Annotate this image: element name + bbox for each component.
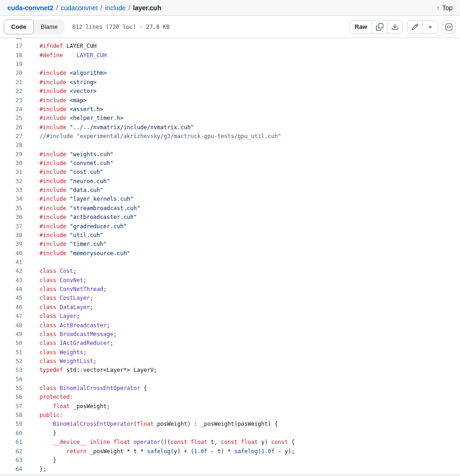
- breadcrumb-repo-link[interactable]: cuda-convnet2: [7, 4, 53, 12]
- line-number[interactable]: 63: [0, 456, 22, 465]
- line-number[interactable]: 45: [0, 294, 22, 303]
- breadcrumb-dir-link-cudaconvnet[interactable]: cudaconvnet: [61, 4, 98, 12]
- line-number[interactable]: 54: [0, 375, 22, 384]
- line-number[interactable]: 29: [0, 150, 22, 159]
- line-number[interactable]: 39: [0, 240, 22, 249]
- line-number[interactable]: 35: [0, 204, 22, 213]
- line-number[interactable]: 18: [0, 51, 22, 60]
- code-symbols-icon: [445, 23, 453, 31]
- code-line: 48class ActBroadcaster;: [0, 321, 460, 330]
- line-number[interactable]: 58: [0, 411, 22, 420]
- line-number[interactable]: 43: [0, 276, 22, 285]
- copy-icon: [376, 23, 383, 31]
- line-number[interactable]: 47: [0, 312, 22, 321]
- code-line: 64};: [0, 465, 460, 474]
- line-number[interactable]: 59: [0, 420, 22, 429]
- code-lines: 1617#ifndef LAYER_CUH18#define LAYER_CUH…: [0, 38, 460, 474]
- line-number[interactable]: 41: [0, 258, 22, 267]
- line-number[interactable]: 57: [0, 402, 22, 411]
- line-content: #include "streambroadcast.cuh": [22, 204, 140, 213]
- code-line: 55class BinomialCrossEntOperator {: [0, 384, 460, 393]
- code-line: 19: [0, 60, 460, 69]
- line-number[interactable]: 30: [0, 159, 22, 168]
- code-line: 26#include "../../nvmatrix/include/nvmat…: [0, 123, 460, 132]
- line-number[interactable]: 32: [0, 177, 22, 186]
- code-line: 31#include "cost.cuh": [0, 168, 460, 177]
- line-number[interactable]: 21: [0, 78, 22, 87]
- code-line: 51class Weights;: [0, 348, 460, 357]
- line-number[interactable]: 24: [0, 105, 22, 114]
- code-viewer: 1617#ifndef LAYER_CUH18#define LAYER_CUH…: [0, 38, 460, 475]
- line-number[interactable]: 48: [0, 321, 22, 330]
- line-content: BinomialCrossEntOperator(float posWeight…: [22, 420, 278, 429]
- line-number[interactable]: 38: [0, 231, 22, 240]
- line-number[interactable]: 36: [0, 213, 22, 222]
- line-number[interactable]: 55: [0, 384, 22, 393]
- line-content: #include "layer_kernels.cuh": [22, 195, 133, 204]
- file-info-text: 812 lines (720 loc) · 27.8 KB: [72, 24, 170, 30]
- line-content: #include <string>: [22, 78, 97, 87]
- line-number[interactable]: 44: [0, 285, 22, 294]
- line-number[interactable]: 64: [0, 465, 22, 474]
- code-line: 28: [0, 141, 460, 150]
- line-content: protected:: [22, 393, 73, 402]
- code-blame-toggle: Code Blame: [4, 20, 65, 34]
- line-content: class IActGradReducer;: [22, 339, 113, 348]
- line-content: #include "../../nvmatrix/include/nvmatri…: [22, 123, 194, 132]
- line-number[interactable]: 33: [0, 186, 22, 195]
- code-line: 54: [0, 375, 460, 384]
- line-number[interactable]: 22: [0, 87, 22, 96]
- code-line: 34#include "layer_kernels.cuh": [0, 195, 460, 204]
- line-number[interactable]: 37: [0, 222, 22, 231]
- line-number[interactable]: 53: [0, 366, 22, 375]
- tab-blame[interactable]: Blame: [34, 20, 65, 34]
- line-content: #include "actbroadcaster.cuh": [22, 213, 137, 222]
- line-number[interactable]: 27: [0, 132, 22, 141]
- line-number[interactable]: 19: [0, 60, 22, 69]
- raw-button[interactable]: Raw: [350, 21, 372, 33]
- line-number[interactable]: 40: [0, 249, 22, 258]
- line-number[interactable]: 62: [0, 447, 22, 456]
- line-content: class ActBroadcaster;: [22, 321, 110, 330]
- line-content: [22, 60, 39, 69]
- line-number[interactable]: 34: [0, 195, 22, 204]
- breadcrumb: cuda-convnet2 / cudaconvnet / include / …: [7, 4, 161, 12]
- code-line: 47class Layer;: [0, 312, 460, 321]
- code-line: 22#include <vector>: [0, 87, 460, 96]
- line-number[interactable]: 25: [0, 114, 22, 123]
- line-number[interactable]: 26: [0, 123, 22, 132]
- code-line: 56protected:: [0, 393, 460, 402]
- edit-button[interactable]: [407, 21, 422, 33]
- line-number[interactable]: 56: [0, 393, 22, 402]
- line-number[interactable]: 60: [0, 429, 22, 438]
- code-line: 33#include "data.cuh": [0, 186, 460, 195]
- code-line: 41: [0, 258, 460, 267]
- copy-button[interactable]: [372, 21, 387, 33]
- symbols-panel-button[interactable]: [442, 20, 455, 33]
- breadcrumb-dir-link-include[interactable]: include: [105, 4, 125, 12]
- edit-dropdown-button[interactable]: [422, 21, 438, 33]
- line-number[interactable]: 31: [0, 168, 22, 177]
- line-number[interactable]: 50: [0, 339, 22, 348]
- line-number[interactable]: 42: [0, 267, 22, 276]
- tab-code[interactable]: Code: [4, 20, 34, 34]
- line-number[interactable]: 28: [0, 141, 22, 150]
- line-number[interactable]: 52: [0, 357, 22, 366]
- line-number[interactable]: 23: [0, 96, 22, 105]
- code-line: 30#include "convnet.cuh": [0, 159, 460, 168]
- line-number[interactable]: 46: [0, 303, 22, 312]
- line-number[interactable]: 51: [0, 348, 22, 357]
- line-number[interactable]: 16: [0, 38, 22, 42]
- line-content: #include <assert.h>: [22, 105, 103, 114]
- line-number[interactable]: 49: [0, 330, 22, 339]
- line-content: #include <vector>: [22, 87, 97, 96]
- code-line: 24#include <assert.h>: [0, 105, 460, 114]
- line-number[interactable]: 17: [0, 42, 22, 51]
- download-button[interactable]: [387, 21, 402, 33]
- back-to-top-link[interactable]: ↑ Top: [436, 4, 453, 12]
- code-line: 45class CostLayer;: [0, 294, 460, 303]
- line-number[interactable]: 20: [0, 69, 22, 78]
- line-content: [22, 38, 39, 42]
- line-number[interactable]: 61: [0, 438, 22, 447]
- edit-group: [407, 20, 438, 33]
